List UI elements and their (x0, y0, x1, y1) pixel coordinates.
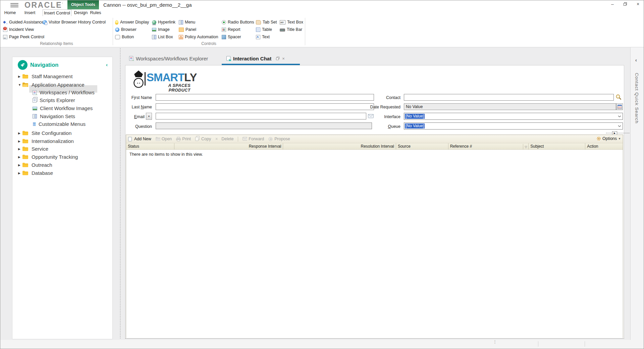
panel-splitter[interactable] (120, 48, 120, 339)
open-button[interactable]: Open (156, 137, 172, 141)
ribbon-tab-rules[interactable]: Rules (90, 9, 102, 16)
column-header-subject[interactable]: Subject (529, 143, 585, 150)
ribbon-item-radio-buttons[interactable]: Radio Buttons (222, 19, 254, 25)
column-header-action[interactable]: Action (585, 143, 623, 150)
ribbon-item-image[interactable]: Image (152, 27, 170, 32)
image-icon (152, 28, 156, 32)
close-button[interactable]: × (634, 1, 642, 7)
sort-descending-icon: ▽ (523, 144, 527, 150)
date-requested-field[interactable]: No Value (404, 103, 616, 110)
menu-list-icon: ≣ (33, 121, 36, 127)
copy-button[interactable]: Copy (195, 137, 211, 141)
ribbon-item-policy-automation[interactable]: Policy Automation (179, 34, 218, 40)
undock-icon[interactable] (276, 57, 279, 60)
contact-input[interactable] (404, 94, 614, 101)
ribbon-item-text-box[interactable]: Text Box (280, 19, 303, 25)
column-header-resolution-interval[interactable]: Resolution Interval (283, 143, 396, 150)
column-header-source[interactable]: Source (396, 143, 448, 150)
hamburger-menu-icon[interactable] (10, 3, 18, 7)
column-header-reference[interactable]: Reference #▽ (448, 143, 529, 150)
ribbon-item-table[interactable]: Table (256, 27, 272, 32)
column-header-response-interval[interactable]: Response Interval (174, 143, 283, 150)
first-name-label: First Name (112, 95, 152, 100)
ribbon-item-hyperlink[interactable]: Hyperlink (152, 19, 175, 25)
chevron-right-icon: ▶ (18, 163, 20, 167)
ribbon-item-report[interactable]: Report (222, 27, 240, 32)
dropdown-arrow-icon: ▼ (618, 137, 621, 140)
ribbon-item-visitor-browser-history[interactable]: Visitor Browser History Control (43, 19, 106, 25)
ribbon-tab-home[interactable]: Home (4, 9, 16, 16)
ribbon-tab-insert-control[interactable]: Insert Control (43, 9, 71, 16)
ribbon-item-list-box[interactable]: List Box (152, 34, 173, 40)
email-type-dropdown[interactable]: ▼ (146, 113, 152, 120)
print-button[interactable]: Print (176, 137, 191, 141)
ribbon-item-text[interactable]: Text (256, 34, 270, 40)
ribbon-tab-design[interactable]: Design (73, 9, 88, 16)
text-icon (256, 35, 260, 39)
sidebar-item-outreach[interactable]: ▶ Outreach (18, 161, 52, 168)
chevron-down-icon (618, 115, 621, 117)
doc-tab-interaction-chat[interactable]: Interaction Chat × (226, 54, 285, 63)
empty-view-message: There are no items to show in this view. (129, 152, 203, 157)
add-new-button[interactable]: Add New (128, 137, 151, 141)
sidebar-item-customizable-menus[interactable]: ≣ Customizable Menus (33, 120, 86, 128)
email-input[interactable] (156, 113, 366, 119)
sidebar-item-application-appearance[interactable]: ▼ Application Appearance (18, 81, 85, 88)
ribbon-item-answer-display[interactable]: Answer Display (115, 19, 149, 25)
drag-handle-icon[interactable]: ⋮ (493, 341, 497, 343)
search-icon[interactable] (615, 94, 622, 100)
propose-button[interactable]: Propose (268, 137, 290, 141)
queue-select[interactable]: [No Value] (404, 122, 623, 130)
ribbon-item-button[interactable]: Button (115, 34, 134, 40)
status-separator (538, 341, 538, 347)
rail-label: Contact Quick Search (634, 73, 639, 123)
title-bar: ORACLE' Object Tools Cannon -- osvc_bui_… (0, 0, 644, 9)
form-report-splitter[interactable] (606, 133, 630, 133)
listbox-icon (152, 35, 156, 39)
calendar-button[interactable] (616, 103, 623, 110)
group-label-controls: Controls (113, 41, 305, 46)
sidebar-item-scripts-explorer[interactable]: Scripts Explorer (33, 97, 75, 104)
last-name-input[interactable] (156, 103, 374, 110)
ribbon-item-guided-assistance[interactable]: Guided Assistance (3, 19, 44, 25)
sidebar-item-site-configuration[interactable]: ▶ Site Configuration (18, 130, 71, 137)
ribbon-item-spacer[interactable]: Spacer (222, 34, 241, 40)
nav-sets-icon (33, 114, 37, 118)
collapse-nav-icon[interactable]: ‹ (106, 62, 108, 67)
chat-page-icon (226, 56, 230, 61)
diamond-icon (3, 20, 7, 24)
minimize-button[interactable]: – (608, 1, 617, 7)
propose-icon (268, 137, 273, 141)
sidebar-item-database[interactable]: ▶ Database (18, 169, 53, 177)
restore-button[interactable] (621, 1, 630, 7)
ribbon-item-panel[interactable]: Panel (179, 27, 196, 32)
folder-icon (22, 155, 28, 159)
scripts-icon (33, 98, 37, 103)
expand-rail-icon[interactable]: ‹ (635, 57, 637, 63)
doc-tab-workspaces-explorer[interactable]: → Workspaces/Workflows Explorer (129, 54, 208, 63)
sidebar-item-workspaces-workflows[interactable]: → Workspaces / Workflows (33, 89, 95, 96)
options-button[interactable]: Options ▼ (596, 136, 621, 141)
ribbon-tab-insert-field[interactable]: Insert Field (19, 9, 41, 16)
chevron-right-icon: ▶ (18, 140, 20, 143)
sidebar-item-service[interactable]: ▶ Service (18, 145, 48, 152)
sidebar-item-staff-management[interactable]: ▶ Staff Management (18, 73, 72, 80)
interface-select[interactable]: [No Value] (404, 113, 623, 120)
sidebar-item-opportunity-tracking[interactable]: ▶ Opportunity Tracking (18, 153, 78, 160)
contact-quick-search-rail[interactable]: ‹ Contact Quick Search (630, 47, 644, 340)
ribbon-item-tab-set[interactable]: Tab Set (256, 19, 277, 25)
sidebar-item-internationalization[interactable]: ▶ Internationalization (18, 138, 74, 145)
close-tab-icon[interactable]: × (282, 56, 285, 61)
forward-button[interactable]: Forward (243, 137, 264, 141)
column-header-status[interactable]: Status (126, 143, 174, 150)
ribbon-item-menu[interactable]: Menu (179, 19, 195, 25)
textbox-icon (280, 20, 285, 24)
sidebar-item-navigation-sets[interactable]: Navigation Sets (33, 113, 75, 120)
ribbon-item-page-peek[interactable]: Page Peek Control (3, 34, 44, 40)
sidebar-item-client-workflow-images[interactable]: Client Workflow Images (33, 105, 93, 112)
ribbon-item-incident-view[interactable]: Incident View (3, 27, 34, 32)
ribbon-item-browser[interactable]: Browser (115, 27, 137, 32)
ribbon-item-title-bar[interactable]: Title Bar (280, 27, 302, 32)
delete-button[interactable]: × Delete (215, 137, 233, 141)
first-name-input[interactable] (156, 94, 374, 101)
